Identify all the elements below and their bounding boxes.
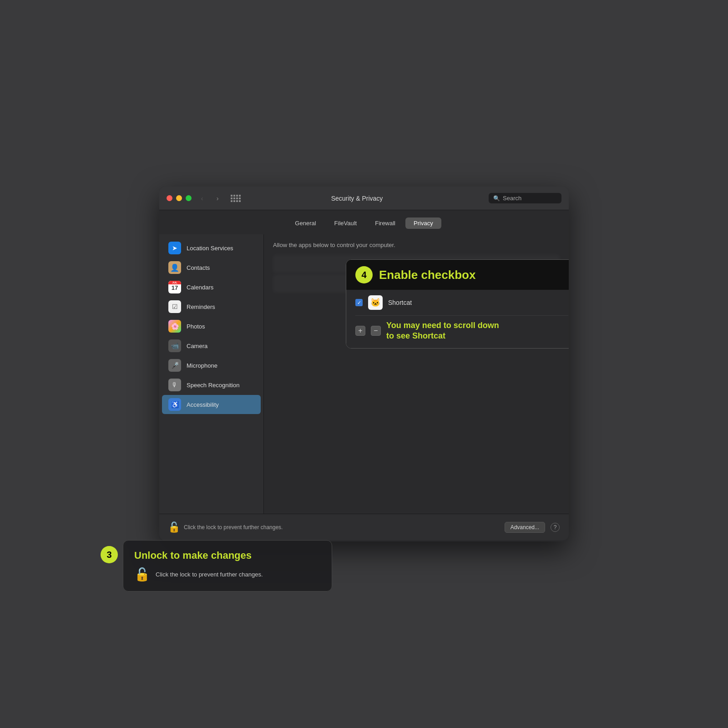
search-bar[interactable]: 🔍 Search	[489, 193, 561, 203]
maximize-button[interactable]	[186, 195, 192, 201]
location-services-icon: ➤	[168, 242, 181, 254]
bottom-bar: 🔓 Click the lock to prevent further chan…	[159, 514, 569, 540]
shortcat-name: Shortcat	[388, 299, 412, 306]
sidebar-item-camera[interactable]: 📹 Camera	[162, 336, 261, 355]
tab-firewall[interactable]: Firewall	[367, 217, 404, 229]
sidebar-label-calendars: Calendars	[187, 284, 213, 291]
grid-icon[interactable]	[231, 195, 241, 202]
sidebar-label-accessibility: Accessibility	[187, 401, 219, 408]
step3-body: 🔓 Click the lock to prevent further chan…	[134, 567, 321, 582]
minimize-button[interactable]	[176, 195, 182, 201]
step4-overlay: 4 Enable checkbox ✓ 🐱 Shortcat + − You m…	[346, 259, 569, 349]
sidebar: ➤ Location Services 👤 Contacts JUL 17 Ca…	[159, 234, 264, 514]
lock-area: 🔓 Click the lock to prevent further chan…	[168, 522, 499, 533]
step3-description: Click the lock to prevent further change…	[156, 571, 263, 578]
sidebar-item-photos[interactable]: 🌸 Photos	[162, 317, 261, 336]
tab-privacy[interactable]: Privacy	[405, 217, 441, 229]
close-button[interactable]	[167, 195, 172, 201]
remove-app-button[interactable]: −	[371, 326, 381, 336]
sidebar-label-contacts: Contacts	[187, 264, 210, 271]
tab-general[interactable]: General	[287, 217, 324, 229]
step3-title: Unlock to make changes	[134, 550, 321, 561]
back-button[interactable]: ‹	[197, 193, 207, 203]
step4-title: Enable checkbox	[379, 268, 475, 282]
contacts-icon: 👤	[168, 261, 181, 274]
sidebar-label-microphone: Microphone	[187, 362, 217, 369]
photos-icon: 🌸	[168, 320, 181, 333]
sidebar-item-calendars[interactable]: JUL 17 Calendars	[162, 278, 261, 297]
step3-overlay: 3 Unlock to make changes 🔓 Click the loc…	[123, 540, 332, 592]
tabs-bar: General FileVault Firewall Privacy	[159, 210, 569, 234]
lock-text: Click the lock to prevent further change…	[184, 524, 283, 531]
search-icon: 🔍	[493, 195, 500, 202]
shortcat-icon: 🐱	[368, 295, 383, 310]
lock-icon[interactable]: 🔓	[168, 522, 179, 533]
sidebar-item-location-services[interactable]: ➤ Location Services	[162, 238, 261, 258]
camera-icon: 📹	[168, 339, 181, 352]
step4-header: 4 Enable checkbox	[346, 260, 569, 290]
sidebar-item-contacts[interactable]: 👤 Contacts	[162, 258, 261, 277]
step3-badge: 3	[101, 546, 118, 563]
panel-description: Allow the apps below to control your com…	[273, 242, 560, 248]
traffic-lights	[167, 195, 192, 201]
sidebar-item-speech-recognition[interactable]: 🎙 Speech Recognition	[162, 375, 261, 394]
sidebar-label-location-services: Location Services	[187, 245, 233, 252]
main-content: ➤ Location Services 👤 Contacts JUL 17 Ca…	[159, 234, 569, 514]
sidebar-item-microphone[interactable]: 🎤 Microphone	[162, 356, 261, 375]
microphone-icon: 🎤	[168, 359, 181, 372]
reminders-icon: ☑	[168, 300, 181, 313]
add-remove-row: + − You may need to scroll downto see Sh…	[355, 316, 568, 348]
shortcat-checkbox[interactable]: ✓	[355, 299, 363, 306]
add-app-button[interactable]: +	[355, 326, 365, 336]
sidebar-item-accessibility[interactable]: ♿ Accessibility	[162, 395, 261, 414]
sidebar-label-speech-recognition: Speech Recognition	[187, 382, 239, 389]
forward-button[interactable]: ›	[212, 193, 222, 203]
help-button[interactable]: ?	[551, 523, 560, 532]
sidebar-item-reminders[interactable]: ☑ Reminders	[162, 297, 261, 316]
step4-body: ✓ 🐱 Shortcat + − You may need to scroll …	[346, 290, 569, 348]
window-title: Security & Privacy	[249, 195, 465, 202]
step4-badge: 4	[355, 266, 373, 283]
sidebar-label-camera: Camera	[187, 343, 207, 349]
scroll-hint: You may need to scroll downto see Shortc…	[386, 320, 499, 342]
speech-recognition-icon: 🎙	[168, 379, 181, 391]
search-input[interactable]: Search	[503, 195, 521, 202]
advanced-button[interactable]: Advanced...	[505, 522, 545, 533]
shortcat-row: ✓ 🐱 Shortcat	[355, 290, 568, 316]
sidebar-label-reminders: Reminders	[187, 303, 215, 310]
right-panel: Allow the apps below to control your com…	[264, 234, 569, 514]
accessibility-icon: ♿	[168, 398, 181, 411]
sidebar-label-photos: Photos	[187, 323, 205, 330]
system-preferences-window: ‹ › Security & Privacy 🔍 Search General …	[159, 187, 569, 541]
calendars-icon: JUL 17	[168, 281, 181, 293]
tab-filevault[interactable]: FileVault	[326, 217, 365, 229]
titlebar: ‹ › Security & Privacy 🔍 Search	[159, 187, 569, 210]
